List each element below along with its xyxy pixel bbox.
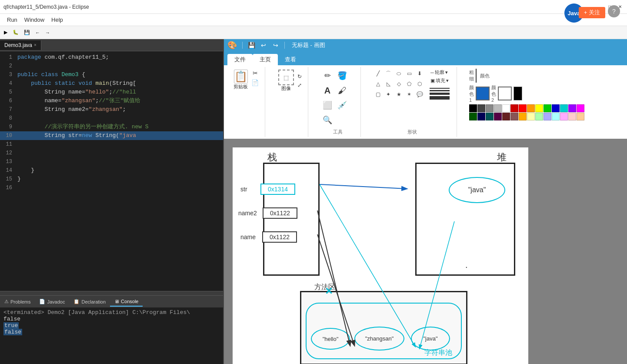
toolbar-back[interactable]: ← [33,29,42,36]
swatch-light-green[interactable] [535,113,543,120]
shape-rect[interactable]: ▭ [404,69,414,78]
swatch-pink[interactable] [577,104,584,112]
swatch-light-pink[interactable] [560,113,568,120]
eraser-tool[interactable]: ⬜ [320,98,334,112]
swatch-dark-green[interactable] [469,113,477,120]
color12-labels: 颜色1 [469,84,474,103]
ribbon-tab-view[interactable]: 查看 [278,54,303,65]
swatch-gray[interactable] [486,104,494,112]
shapes-label: 形状 [407,129,417,135]
toolbar-forward[interactable]: → [43,29,52,36]
shape-arrow-down[interactable]: ⬇ [415,69,424,78]
swatch-dark-gray[interactable] [477,104,485,112]
swatch-gold[interactable] [519,113,527,120]
copy-button[interactable]: 📄 [250,78,260,87]
toolbar-debug[interactable]: 🐛 [10,29,21,36]
lt-1[interactable] [430,88,450,89]
ribbon-tab-home[interactable]: 主页 [253,54,278,65]
name2-label: name2 [238,210,260,217]
brush-tool[interactable]: 🖌 [335,83,349,97]
line-content-10: String str=new String("java [16,131,136,140]
shape-hex[interactable]: ⬡ [415,79,424,89]
swatch-orange[interactable] [527,104,535,112]
crop-button[interactable]: ⤢ [297,81,303,89]
lt-3[interactable] [430,93,450,95]
shape-triangle[interactable]: △ [373,79,383,89]
color2-swatch[interactable] [498,87,512,100]
demo3-tab[interactable]: Demo3.java × [0,40,41,50]
swatch-white[interactable] [502,104,510,112]
shape-rtriangle[interactable]: ◺ [384,79,393,89]
swatch-teal[interactable] [486,113,494,120]
paint-canvas[interactable]: 栈 堆 str 0x1314 name2 0x1122 [233,147,528,364]
swatch-rose[interactable] [510,113,518,120]
swatch-yellow[interactable] [535,104,543,112]
tools-label: 工具 [333,129,343,135]
swatch-bright-red[interactable] [519,104,527,112]
swatch-blue[interactable] [552,104,560,112]
line-num-13: 13 [0,157,16,166]
ribbon-tab-file[interactable]: 文件 [227,54,253,65]
shape-star4[interactable]: ✦ [384,90,393,99]
cut-button[interactable]: ✂ [250,69,260,77]
swatch-light-rose[interactable] [568,113,576,120]
swatch-light-cyan[interactable] [552,113,560,120]
zhangsan-oval: "zhangsan" [354,327,404,351]
swatch-black[interactable] [469,104,477,112]
shape-curve[interactable]: ⌒ [384,69,393,78]
swatch-dark-blue[interactable] [477,113,485,120]
color-pick-tool[interactable]: 💉 [335,98,349,112]
shapes-grid: ╱ ⌒ ⬭ ▭ ⬇ △ ◺ ◇ ⬠ ⬡ ▢ ✦ ★ ✶ 💬 [373,69,424,99]
swatch-maroon[interactable] [502,113,510,120]
horizontal-scrollbar[interactable] [0,291,223,295]
shape-oval[interactable]: ⬭ [394,69,404,78]
color1-swatch[interactable] [476,87,490,100]
tab-declaration[interactable]: 📋 Declaration [69,297,110,306]
outline-btn[interactable]: ─ 轮廓 ▾ [428,69,451,76]
swatch-green[interactable] [544,104,551,112]
tab-problems[interactable]: ⚠ Problems [0,297,35,306]
demo3-tab-close[interactable]: × [34,43,37,47]
menu-help[interactable]: Help [48,16,67,24]
paste-button[interactable]: 📋 剪贴板 [233,69,249,91]
magnify-tool[interactable]: 🔍 [320,113,334,127]
line-content-5: String name="hello";//"hell [16,88,136,97]
shape-diamond[interactable]: ◇ [394,79,404,89]
shape-line[interactable]: ╱ [373,69,383,78]
fill-btn[interactable]: ▣ 填充 ▾ [428,77,451,84]
shape-star5[interactable]: ★ [394,90,404,99]
follow-button[interactable]: + 关注 [579,7,605,18]
shape-call[interactable]: 💬 [415,90,424,99]
canvas-area[interactable]: 栈 堆 str 0x1314 name2 0x1122 [224,139,627,364]
menu-window[interactable]: Window [21,16,48,24]
shape-penta[interactable]: ⬠ [404,79,414,89]
swatch-cyan[interactable] [560,104,568,112]
swatch-purple[interactable] [568,104,576,112]
select-button[interactable]: ⬚ 图像 [277,69,295,93]
swatch-peach[interactable] [577,113,584,120]
qa-redo[interactable]: ↪ [270,40,281,50]
swatch-red[interactable] [510,104,518,112]
color-black-swatch[interactable] [514,87,522,100]
qa-save[interactable]: 💾 [246,40,257,50]
swatch-light-yellow[interactable] [527,113,535,120]
shape-rounded-rect[interactable]: ▢ [373,90,383,99]
swatch-light-blue[interactable] [544,113,551,120]
rotate-button[interactable]: ↻ [297,73,303,80]
lt-4[interactable] [430,96,450,100]
qa-undo[interactable]: ↩ [258,40,269,50]
text-tool[interactable]: A [320,83,334,97]
toolbar-save[interactable]: 💾 [22,29,32,36]
pencil-tool[interactable]: ✏ [320,69,334,83]
swatch-dark-purple[interactable] [494,113,502,120]
swatch-light-gray[interactable] [494,104,502,112]
menu-run[interactable]: Run [3,16,21,24]
fill-tool[interactable]: 🪣 [335,69,349,83]
tab-console[interactable]: 🖥 Console [110,297,143,307]
toolbar-run[interactable]: ▶ [2,29,10,36]
help-button[interactable]: ? [608,5,620,17]
shape-star6[interactable]: ✶ [404,90,414,99]
lt-2[interactable] [430,90,450,91]
tab-javadoc[interactable]: 📄 Javadoc [35,297,69,306]
color-options: 粗细 颜色 颜色1 颜色2 [469,69,584,120]
